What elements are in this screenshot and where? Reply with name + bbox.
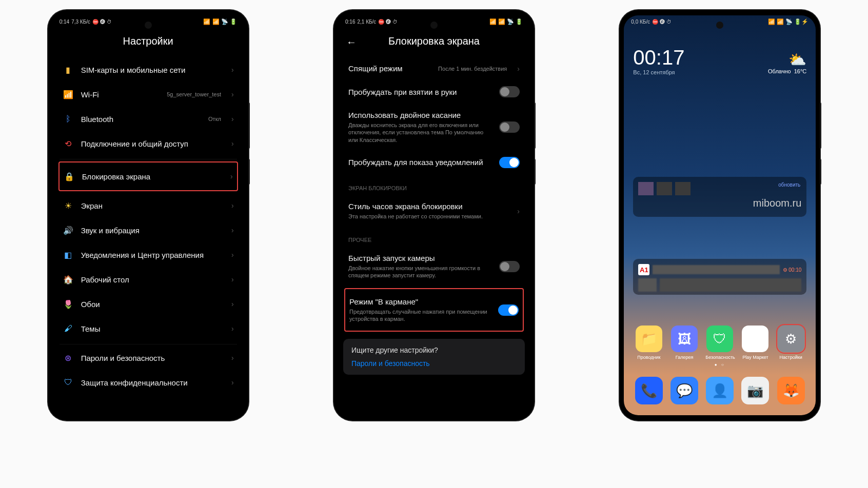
row-label: Стиль часов экрана блокировки — [348, 202, 510, 211]
lock-icon: 🔒 — [64, 171, 75, 182]
other-settings-hint[interactable]: Ищите другие настройки? Пароли и безопас… — [343, 339, 525, 375]
app-Безопасность[interactable]: 🛡Безопасность — [705, 326, 734, 360]
weather-temp: 16°C — [794, 68, 807, 74]
toggle-switch[interactable] — [498, 304, 519, 316]
phone-home: 0,0 КБ/с ⛔ 🅐 ⏱ 📶 📶 📡 🔋⚡ 00:17 Вс, 12 сен… — [620, 10, 820, 420]
blurred-content — [653, 265, 779, 274]
row-label: Рабочий стол — [81, 275, 224, 284]
home-icon: 🏠 — [63, 274, 74, 285]
page-title: Блокировка экрана — [388, 35, 480, 47]
row-label: SIM-карты и мобильные сети — [81, 66, 224, 74]
app-Галерея[interactable]: 🖼Галерея — [670, 326, 699, 360]
weather-widget[interactable]: ⛅ Облачно 16°C — [768, 51, 806, 74]
volume-rocker[interactable] — [248, 103, 250, 149]
lockscreen-row[interactable]: Режим "В кармане"Предотвращать случайные… — [344, 288, 524, 332]
toggle-switch[interactable] — [499, 121, 520, 133]
app-label: Безопасность — [705, 355, 734, 360]
widget-update-link[interactable]: обновить — [778, 182, 800, 188]
lockscreen-row[interactable]: Стиль часов экрана блокировкиЭта настрой… — [345, 195, 523, 227]
settings-row-share[interactable]: ⟲ Подключение и общий доступ › — [60, 131, 237, 156]
power-button[interactable] — [248, 159, 250, 185]
settings-row-lock[interactable]: 🔒 Блокировка экрана › — [58, 161, 238, 191]
priv-icon: 🛡 — [63, 377, 74, 388]
app-Настройки[interactable]: ⚙Настройки — [777, 326, 805, 360]
share-icon: ⟲ — [63, 138, 74, 149]
chevron-icon: › — [231, 201, 234, 210]
row-label: Пароли и безопасность — [81, 354, 224, 362]
chevron-icon: › — [231, 139, 234, 148]
row-label: Быстрый запуск камеры — [348, 254, 492, 262]
settings-row-bt[interactable]: ᛒ Bluetooth Откл › — [60, 107, 237, 131]
status-net: 7,3 КБ/с — [71, 19, 90, 25]
lockscreen-row[interactable]: Быстрый запуск камерыДвойное нажатие кно… — [345, 247, 523, 286]
lockscreen-row[interactable]: Спящий режимПосле 1 мин. бездействия› — [345, 57, 523, 79]
widget-source: miboom.ru — [638, 197, 801, 209]
volume-rocker[interactable] — [534, 103, 536, 149]
lockscreen-row[interactable]: Пробуждать для показа уведомлений — [345, 150, 523, 175]
chevron-icon: › — [517, 207, 520, 215]
power-button[interactable] — [820, 159, 821, 185]
row-label: Экран — [81, 201, 224, 210]
row-label: Bluetooth — [81, 115, 201, 124]
settings-row-wifi[interactable]: 📶 Wi-Fi 5g_server_tower_test › — [60, 82, 237, 107]
chevron-icon: › — [231, 66, 234, 74]
settings-row-sim[interactable]: ▮ SIM-карты и мобильные сети › — [60, 57, 237, 82]
dock-app[interactable]: 🦊 — [777, 377, 805, 407]
settings-list: ▮ SIM-карты и мобильные сети ›📶 Wi-Fi 5g… — [52, 57, 244, 395]
dock-app[interactable]: 📞 — [635, 377, 663, 407]
dock-app[interactable]: 👤 — [706, 377, 734, 407]
clock-date: Вс, 12 сентября — [633, 69, 684, 75]
media-widget[interactable]: A1 ⚙ 00:10 — [633, 259, 806, 295]
app-Play Маркет[interactable]: ▶Play Маркет — [741, 326, 770, 360]
dock-app[interactable]: 📷 — [741, 377, 769, 407]
clock-widget[interactable]: 00:17 Вс, 12 сентября — [633, 46, 684, 75]
app-icon: 📁 — [636, 326, 662, 352]
hint-link[interactable]: Пароли и безопасность — [351, 359, 517, 368]
status-net: 2,1 КБ/с — [357, 19, 376, 25]
row-label: Блокировка экрана — [82, 172, 223, 181]
row-label: Подключение и общий доступ — [81, 139, 224, 148]
app-icon: 👤 — [706, 377, 734, 404]
lockscreen-row[interactable]: Пробуждать при взятии в руки — [345, 79, 523, 104]
toggle-switch[interactable] — [499, 261, 520, 272]
settings-row-wall[interactable]: 🌷 Обои › — [60, 292, 237, 316]
toggle-switch[interactable] — [499, 157, 520, 168]
volume-rocker[interactable] — [820, 103, 821, 149]
weather-text: Облачно — [768, 68, 791, 74]
app-Проводник[interactable]: 📁Проводник — [635, 326, 663, 360]
settings-row-pass[interactable]: ⊛ Пароли и безопасность › — [60, 345, 237, 370]
status-time: 0:16 — [345, 19, 355, 25]
settings-row-home[interactable]: 🏠 Рабочий стол › — [60, 267, 237, 292]
settings-row-notif[interactable]: ◧ Уведомления и Центр управления › — [60, 242, 237, 267]
dock-app[interactable]: 💬 — [670, 377, 698, 407]
settings-row-sound[interactable]: 🔊 Звук и вибрация › — [60, 218, 237, 242]
media-settings-icon[interactable]: ⚙ 00:10 — [783, 267, 802, 273]
chevron-icon: › — [231, 115, 234, 123]
app-icon: 📷 — [741, 377, 769, 404]
bt-icon: ᛒ — [63, 113, 74, 125]
lockscreen-row[interactable]: Использовать двойное касаниеДважды косни… — [345, 104, 523, 150]
back-arrow-icon[interactable]: ← — [346, 36, 357, 48]
chevron-icon: › — [230, 172, 233, 180]
chevron-icon: › — [231, 354, 234, 362]
section-header: ПРОЧЕЕ — [345, 227, 523, 247]
app-icon: ⚙ — [778, 326, 804, 352]
toggle-switch[interactable] — [499, 86, 520, 97]
row-label: Wi-Fi — [81, 90, 160, 99]
news-widget[interactable]: обновить miboom.ru — [633, 177, 806, 217]
chevron-icon: › — [231, 300, 234, 308]
theme-icon: 🖌 — [63, 323, 74, 334]
app-label: Галерея — [670, 355, 699, 360]
row-label: Защита конфиденциальности — [81, 378, 224, 387]
status-net: 0,0 КБ/с — [631, 19, 650, 25]
power-button[interactable] — [534, 159, 536, 185]
settings-row-theme[interactable]: 🖌 Темы › — [60, 316, 237, 341]
settings-row-priv[interactable]: 🛡 Защита конфиденциальности › — [60, 370, 237, 395]
blurred-content — [638, 278, 657, 292]
status-time: 0:14 — [60, 19, 69, 25]
lockscreen-list: Спящий режимПосле 1 мин. бездействия›Про… — [338, 57, 530, 332]
status-icons: ⛔ 🅐 ⏱ — [378, 19, 398, 25]
sun-icon: ☀ — [63, 200, 74, 211]
settings-row-sun[interactable]: ☀ Экран › — [60, 193, 237, 218]
dock: 📞💬👤📷🦊 — [624, 377, 816, 407]
